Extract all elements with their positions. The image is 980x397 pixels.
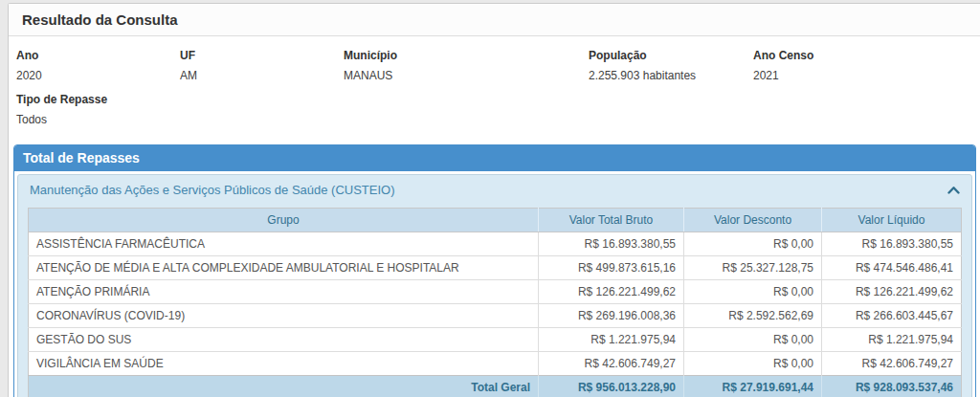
field-uf-label: UF (180, 49, 344, 62)
field-ano-censo-label: Ano Censo (753, 49, 980, 62)
column-header-valor-liquido: Valor Líquido (822, 209, 962, 232)
field-municipio: Município MANAUS (344, 49, 589, 82)
accordion-custeio-title: Manutenção das Ações e Serviços Públicos… (30, 183, 395, 197)
cell-bruto: R$ 126.221.499,62 (539, 280, 684, 304)
field-tipo-repasse: Tipo de Repasse Todos (16, 93, 180, 126)
total-bruto: R$ 956.013.228,90 (539, 376, 684, 397)
cell-bruto: R$ 499.873.615,16 (539, 256, 684, 280)
cell-desconto: R$ 25.327.128,75 (684, 256, 822, 280)
result-panel: Resultado da Consulta Ano 2020 UF AM Mun… (8, 3, 980, 397)
column-header-valor-total-bruto: Valor Total Bruto (539, 209, 684, 232)
cell-desconto: R$ 2.592.562,69 (684, 304, 822, 328)
accordion-body-custeio: Grupo Valor Total Bruto Valor Desconto V… (18, 205, 971, 397)
cell-grupo: ATENÇÃO PRIMÁRIA (29, 280, 539, 304)
total-repasses-panel-title: Total de Repasses (14, 145, 975, 171)
field-municipio-label: Município (344, 49, 589, 62)
total-repasses-panel: Total de Repasses Manutenção das Ações e… (13, 144, 976, 397)
cell-liquido: R$ 42.606.749,27 (822, 352, 962, 376)
cell-grupo: ATENÇÃO DE MÉDIA E ALTA COMPLEXIDADE AMB… (29, 256, 539, 280)
query-summary: Ano 2020 UF AM Município MANAUS Populaçã… (9, 36, 980, 126)
cell-bruto: R$ 16.893.380,55 (539, 232, 684, 256)
cell-grupo: CORONAVÍRUS (COVID-19) (29, 304, 539, 328)
repasses-table: Grupo Valor Total Bruto Valor Desconto V… (28, 208, 962, 397)
field-ano-censo-value: 2021 (753, 69, 980, 82)
field-populacao: População 2.255.903 habitantes (589, 49, 753, 82)
cell-liquido: R$ 16.893.380,55 (822, 232, 962, 256)
table-row: CORONAVÍRUS (COVID-19) R$ 269.196.008,36… (29, 304, 962, 328)
cell-bruto: R$ 42.606.749,27 (539, 352, 684, 376)
field-ano: Ano 2020 (16, 49, 180, 82)
query-summary-row-1: Ano 2020 UF AM Município MANAUS Populaçã… (16, 49, 980, 82)
table-row: VIGILÂNCIA EM SAÚDE R$ 42.606.749,27 R$ … (29, 352, 962, 376)
cell-desconto: R$ 0,00 (684, 328, 822, 352)
cell-bruto: R$ 269.196.008,36 (539, 304, 684, 328)
page-title: Resultado da Consulta (9, 4, 980, 36)
field-populacao-label: População (589, 49, 753, 62)
page: Resultado da Consulta Ano 2020 UF AM Mun… (0, 0, 980, 397)
field-ano-censo: Ano Censo 2021 (753, 49, 980, 82)
field-populacao-value: 2.255.903 habitantes (589, 69, 753, 82)
cell-grupo: GESTÃO DO SUS (29, 328, 539, 352)
table-row: ATENÇÃO DE MÉDIA E ALTA COMPLEXIDADE AMB… (29, 256, 962, 280)
accordion-section-custeio: Manutenção das Ações e Serviços Públicos… (17, 174, 972, 397)
total-repasses-panel-body: Manutenção das Ações e Serviços Públicos… (14, 171, 975, 397)
field-tipo-repasse-value: Todos (16, 113, 180, 126)
table-row: GESTÃO DO SUS R$ 1.221.975,94 R$ 0,00 R$… (29, 328, 962, 352)
accordion-header-custeio[interactable]: Manutenção das Ações e Serviços Públicos… (18, 175, 971, 205)
query-summary-row-2: Tipo de Repasse Todos (16, 93, 980, 126)
total-liquido: R$ 928.093.537,46 (822, 376, 962, 397)
cell-bruto: R$ 1.221.975,94 (539, 328, 684, 352)
cell-desconto: R$ 0,00 (684, 280, 822, 304)
table-row: ASSISTÊNCIA FARMACÊUTICA R$ 16.893.380,5… (29, 232, 962, 256)
column-header-grupo: Grupo (29, 209, 539, 232)
table-total-row: Total Geral R$ 956.013.228,90 R$ 27.919.… (29, 376, 962, 397)
cell-liquido: R$ 474.546.486,41 (822, 256, 962, 280)
chevron-up-icon[interactable] (947, 186, 960, 194)
table-row: ATENÇÃO PRIMÁRIA R$ 126.221.499,62 R$ 0,… (29, 280, 962, 304)
table-header-row: Grupo Valor Total Bruto Valor Desconto V… (29, 209, 962, 232)
cell-liquido: R$ 1.221.975,94 (822, 328, 962, 352)
field-ano-label: Ano (16, 49, 180, 62)
field-ano-value: 2020 (16, 69, 180, 82)
field-municipio-value: MANAUS (344, 69, 589, 82)
total-desconto: R$ 27.919.691,44 (684, 376, 822, 397)
cell-desconto: R$ 0,00 (684, 232, 822, 256)
total-label: Total Geral (29, 376, 539, 397)
cell-liquido: R$ 266.603.445,67 (822, 304, 962, 328)
field-tipo-repasse-label: Tipo de Repasse (16, 93, 180, 106)
column-header-valor-desconto: Valor Desconto (684, 209, 822, 232)
cell-grupo: ASSISTÊNCIA FARMACÊUTICA (29, 232, 539, 256)
cell-desconto: R$ 0,00 (684, 352, 822, 376)
cell-liquido: R$ 126.221.499,62 (822, 280, 962, 304)
field-uf: UF AM (180, 49, 344, 82)
cell-grupo: VIGILÂNCIA EM SAÚDE (29, 352, 539, 376)
field-uf-value: AM (180, 69, 344, 82)
